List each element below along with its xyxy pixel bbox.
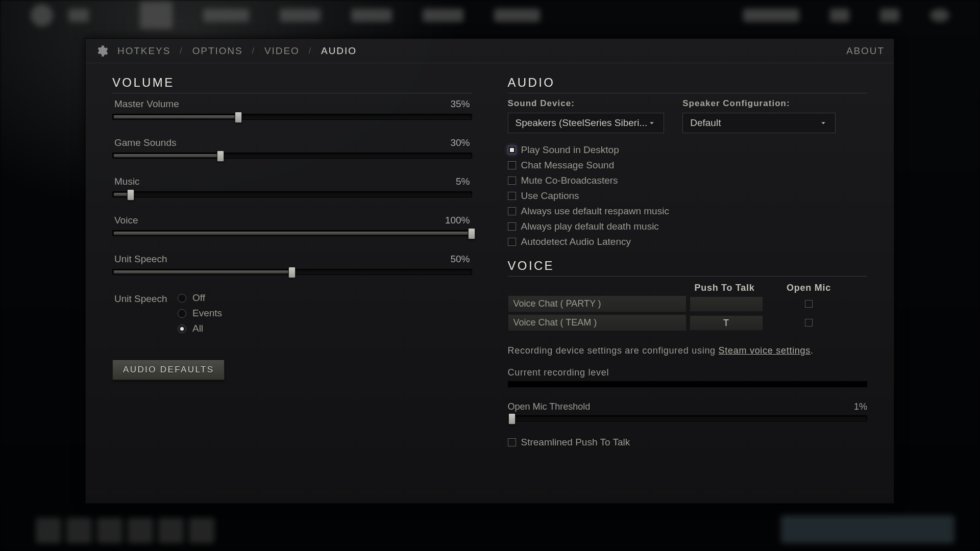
dropdown-value: Default	[690, 117, 721, 129]
streamlined-ptt-checkbox-row[interactable]: Streamlined Push To Talk	[508, 437, 868, 448]
volume-slider[interactable]	[112, 114, 472, 120]
steam-voice-settings-link[interactable]: Steam voice settings	[719, 345, 811, 356]
volume-column: VOLUME Master Volume35%Game Sounds30%Mus…	[112, 76, 472, 452]
open-mic-threshold-slider[interactable]	[508, 415, 868, 421]
open-mic-threshold-value: 1%	[854, 402, 867, 412]
volume-slider[interactable]	[112, 230, 472, 236]
main-nav-blurred	[0, 0, 980, 31]
unit-speech-radio-group: Unit Speech Off Events All	[114, 292, 472, 338]
gear-icon[interactable]	[95, 44, 108, 58]
checkbox-icon	[508, 192, 516, 200]
speaker-config-dropdown[interactable]: Default	[682, 113, 836, 133]
col-push-to-talk: Push To Talk	[687, 283, 763, 293]
checkbox-icon	[508, 438, 516, 446]
settings-tabs: HOTKEYS / OPTIONS / VIDEO / AUDIO ABOUT	[86, 39, 894, 63]
current-recording-level-label: Current recording level	[508, 367, 868, 378]
voice-chat-party-label: Voice Chat ( PARTY )	[508, 295, 687, 312]
unit-speech-label: Unit Speech	[114, 292, 167, 305]
radio-label: Off	[192, 292, 205, 304]
volume-slider[interactable]	[112, 153, 472, 159]
voice-party-ptt-key[interactable]	[690, 296, 763, 312]
volume-slider-row: Master Volume35%	[112, 98, 472, 120]
voice-party-openmic-checkbox[interactable]	[805, 300, 813, 308]
audio-defaults-button[interactable]: AUDIO DEFAULTS	[112, 360, 225, 380]
checkbox-label: Streamlined Push To Talk	[521, 437, 630, 448]
tab-separator: /	[252, 46, 255, 56]
checkbox-label: Always play default death music	[521, 221, 659, 232]
audio-checkbox-row[interactable]: Play Sound in Desktop	[508, 144, 868, 156]
tab-video[interactable]: VIDEO	[264, 45, 300, 57]
volume-slider-row: Music5%	[112, 176, 472, 197]
checkbox-icon	[508, 238, 516, 246]
tab-audio[interactable]: AUDIO	[321, 45, 357, 57]
slider-label: Game Sounds	[114, 137, 176, 148]
chevron-down-icon	[647, 118, 656, 128]
sound-device-group: Sound Device: Speakers (SteelSeries Sibe…	[508, 98, 665, 133]
audio-checkbox-row[interactable]: Use Captions	[508, 190, 868, 202]
slider-label: Music	[114, 176, 140, 187]
audio-checkbox-row[interactable]: Autodetect Audio Latency	[508, 236, 868, 247]
speaker-config-label: Speaker Configuration:	[682, 98, 836, 109]
radio-icon	[178, 309, 186, 318]
slider-value: 50%	[450, 254, 470, 265]
slider-value: 5%	[456, 176, 470, 187]
voice-team-openmic-checkbox[interactable]	[805, 319, 813, 327]
unit-speech-all[interactable]: All	[178, 323, 222, 334]
slider-value: 35%	[450, 98, 470, 110]
audio-checkbox-row[interactable]: Always use default respawn music	[508, 206, 868, 217]
checkbox-icon	[508, 161, 516, 169]
checkbox-label: Chat Message Sound	[521, 160, 615, 171]
unit-speech-events[interactable]: Events	[178, 308, 222, 319]
voice-title: VOICE	[508, 259, 868, 277]
checkbox-icon	[508, 207, 516, 215]
volume-slider[interactable]	[112, 269, 472, 275]
sound-device-label: Sound Device:	[508, 98, 665, 109]
checkbox-label: Play Sound in Desktop	[521, 144, 619, 156]
tab-separator: /	[180, 46, 183, 56]
settings-panel: HOTKEYS / OPTIONS / VIDEO / AUDIO ABOUT …	[85, 38, 894, 504]
tab-options[interactable]: OPTIONS	[192, 45, 243, 57]
checkbox-label: Autodetect Audio Latency	[521, 236, 631, 247]
volume-title: VOLUME	[112, 76, 472, 93]
current-recording-level-bar	[508, 381, 868, 387]
volume-slider-row: Voice100%	[112, 215, 472, 236]
recording-device-text: Recording device settings are configured…	[508, 345, 868, 356]
slider-value: 100%	[445, 215, 470, 226]
tab-hotkeys[interactable]: HOTKEYS	[117, 45, 170, 57]
voice-team-ptt-key[interactable]: T	[690, 315, 763, 331]
col-open-mic: Open Mic	[763, 283, 855, 293]
dropdown-value: Speakers (SteelSeries Siberi...	[516, 117, 648, 129]
checkbox-label: Use Captions	[521, 190, 579, 202]
chevron-down-icon	[819, 118, 828, 128]
checkbox-label: Always use default respawn music	[521, 206, 669, 217]
sound-device-dropdown[interactable]: Speakers (SteelSeries Siberi...	[508, 113, 665, 133]
voice-chat-team-label: Voice Chat ( TEAM )	[508, 314, 687, 331]
volume-slider-row: Game Sounds30%	[112, 137, 472, 159]
radio-label: Events	[192, 308, 222, 319]
checkbox-icon	[508, 177, 516, 185]
audio-checkbox-row[interactable]: Always play default death music	[508, 221, 868, 232]
unit-speech-off[interactable]: Off	[178, 292, 222, 304]
radio-icon	[178, 294, 186, 303]
volume-slider[interactable]	[112, 191, 472, 197]
audio-title: AUDIO	[508, 76, 868, 93]
open-mic-threshold-label: Open Mic Threshold	[508, 402, 591, 412]
volume-slider-row: Unit Speech50%	[112, 254, 472, 275]
audio-voice-column: AUDIO Sound Device: Speakers (SteelSerie…	[508, 76, 868, 452]
bottom-bar-blurred	[0, 515, 980, 551]
checkbox-icon	[508, 222, 516, 231]
speaker-config-group: Speaker Configuration: Default	[682, 98, 836, 133]
voice-table: Push To Talk Open Mic Voice Chat ( PARTY…	[508, 283, 868, 331]
radio-icon	[178, 324, 186, 333]
audio-checkbox-row[interactable]: Mute Co-Broadcasters	[508, 175, 868, 186]
tab-about[interactable]: ABOUT	[846, 45, 885, 57]
slider-value: 30%	[450, 137, 470, 148]
slider-label: Master Volume	[114, 98, 179, 110]
slider-label: Unit Speech	[114, 254, 167, 265]
radio-label: All	[192, 323, 203, 334]
audio-checkbox-row[interactable]: Chat Message Sound	[508, 160, 868, 171]
slider-label: Voice	[114, 215, 138, 226]
tab-separator: /	[309, 46, 312, 56]
checkbox-label: Mute Co-Broadcasters	[521, 175, 618, 186]
checkbox-icon	[508, 146, 516, 154]
